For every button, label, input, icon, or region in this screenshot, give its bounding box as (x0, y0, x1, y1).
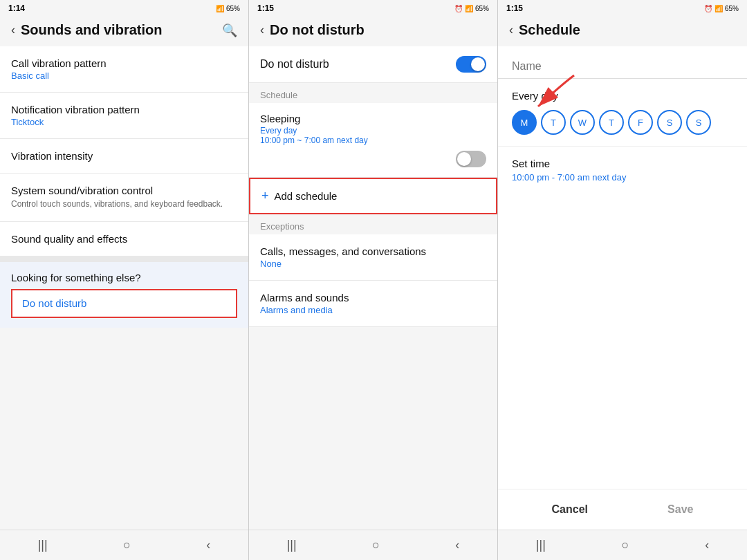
alarms-sounds-title: Alarms and sounds (260, 292, 486, 304)
nav-menu-icon-3[interactable]: ||| (536, 538, 546, 552)
nav-bar-3: ||| ○ ‹ (498, 530, 747, 560)
vibration-intensity-item[interactable]: Vibration intensity (0, 139, 248, 174)
day-friday[interactable]: F (628, 110, 653, 135)
notification-vibration-subtitle: Ticktock (11, 117, 237, 127)
every-day-section: Every day M T W T F S (498, 79, 747, 147)
back-button-2[interactable]: ‹ (260, 23, 264, 37)
nav-menu-icon-1[interactable]: ||| (38, 538, 48, 552)
header-left-1: ‹ Sounds and vibration (11, 22, 162, 38)
page-title-2: Do not disturb (270, 22, 365, 38)
settings-list-1: Call vibration pattern Basic call Notifi… (0, 46, 248, 530)
alarms-sounds-item[interactable]: Alarms and sounds Alarms and media (249, 281, 497, 327)
sleeping-toggle[interactable] (456, 151, 486, 167)
calls-messages-title: Calls, messages, and conversations (260, 245, 486, 257)
nav-back-icon-1[interactable]: ‹ (206, 538, 210, 552)
sleeping-sub: Every day (260, 126, 368, 136)
signal-icon-1: 📶 (216, 5, 224, 12)
dnd-link[interactable]: Do not disturb (22, 297, 86, 309)
battery-label-1: 65% (226, 5, 240, 12)
page-header-1: ‹ Sounds and vibration 🔍 (0, 17, 248, 46)
page-header-3: ‹ Schedule (498, 17, 747, 46)
status-bar-1: 1:14 📶 65% (0, 0, 248, 17)
nav-home-icon-1[interactable]: ○ (123, 538, 131, 552)
system-sound-desc: Control touch sounds, vibrations, and ke… (11, 198, 237, 210)
status-time-1: 1:14 (8, 3, 25, 13)
sleeping-time: 10:00 pm ~ 7:00 am next day (260, 136, 368, 145)
signal-icon-3: 📶 (714, 5, 723, 12)
set-time-value: 10:00 pm - 7:00 am next day (512, 172, 733, 183)
red-arrow-svg (519, 72, 602, 120)
status-bar-3: 1:15 ⏰ 📶 65% (498, 0, 747, 17)
dnd-toggle[interactable] (456, 56, 486, 73)
nav-home-icon-2[interactable]: ○ (372, 538, 380, 552)
search-icon-1[interactable]: 🔍 (222, 23, 237, 38)
back-button-1[interactable]: ‹ (11, 23, 15, 37)
battery-label-3: 65% (725, 5, 739, 12)
nav-menu-icon-2[interactable]: ||| (287, 538, 297, 552)
add-plus-icon: + (261, 189, 269, 203)
sound-quality-item[interactable]: Sound quality and effects (0, 222, 248, 256)
page-title-1: Sounds and vibration (21, 22, 162, 38)
system-sound-title: System sound/vibration control (11, 185, 237, 196)
toggle-knob (471, 57, 485, 71)
nav-bar-1: ||| ○ ‹ (0, 530, 248, 560)
add-schedule-button[interactable]: + Add schedule (249, 178, 497, 214)
panel-sounds-vibration: 1:14 📶 65% ‹ Sounds and vibration 🔍 Call… (0, 0, 249, 560)
status-icons-3: ⏰ 📶 65% (704, 5, 739, 12)
status-time-3: 1:15 (506, 3, 523, 13)
save-button[interactable]: Save (654, 501, 707, 519)
day-thursday[interactable]: T (599, 110, 624, 135)
notification-vibration-title: Notification vibration pattern (11, 104, 237, 115)
day-saturday[interactable]: S (657, 110, 682, 135)
system-sound-item[interactable]: System sound/vibration control Control t… (0, 174, 248, 222)
panel-dnd: 1:15 ⏰ 📶 65% ‹ Do not disturb Do not dis… (249, 0, 498, 560)
set-time-title: Set time (512, 158, 733, 169)
page-title-3: Schedule (519, 22, 580, 38)
alarms-sounds-sub: Alarms and media (260, 305, 486, 315)
divider-1 (0, 256, 248, 262)
exceptions-label: Exceptions (249, 214, 497, 234)
nav-bar-2: ||| ○ ‹ (249, 530, 497, 560)
looking-title: Looking for something else? (11, 272, 237, 283)
bottom-actions: Cancel Save (498, 489, 747, 530)
looking-section: Looking for something else? Do not distu… (0, 262, 248, 328)
calls-messages-sub: None (260, 259, 486, 269)
dnd-list: Do not disturb Schedule Sleeping Every d… (249, 46, 497, 530)
status-time-2: 1:15 (257, 3, 274, 13)
page-header-2: ‹ Do not disturb (249, 17, 497, 46)
panel-schedule: 1:15 ⏰ 📶 65% ‹ Schedule Every day (498, 0, 747, 560)
status-icons-2: ⏰ 📶 65% (454, 5, 489, 12)
nav-home-icon-3[interactable]: ○ (622, 538, 629, 552)
cancel-button[interactable]: Cancel (538, 501, 602, 519)
nav-back-icon-2[interactable]: ‹ (455, 538, 459, 552)
schedule-label: Schedule (249, 83, 497, 103)
call-vibration-subtitle: Basic call (11, 71, 237, 81)
sleeping-toggle-knob (457, 152, 471, 166)
dnd-link-box[interactable]: Do not disturb (11, 289, 237, 318)
alarm-icon-3: ⏰ (704, 5, 712, 12)
dnd-main-title: Do not disturb (260, 58, 329, 71)
vibration-intensity-title: Vibration intensity (11, 150, 237, 162)
nav-back-icon-3[interactable]: ‹ (705, 538, 709, 552)
sleeping-schedule-item[interactable]: Sleeping Every day 10:00 pm ~ 7:00 am ne… (249, 103, 497, 178)
schedule-form: Every day M T W T F S (498, 46, 747, 489)
signal-icon-2: 📶 (465, 5, 473, 12)
status-bar-2: 1:15 ⏰ 📶 65% (249, 0, 497, 17)
alarm-icon-2: ⏰ (454, 5, 463, 12)
call-vibration-item[interactable]: Call vibration pattern Basic call (0, 46, 248, 93)
status-icons-1: 📶 65% (216, 5, 240, 12)
sound-quality-title: Sound quality and effects (11, 233, 237, 245)
add-schedule-label: Add schedule (275, 190, 338, 202)
notification-vibration-item[interactable]: Notification vibration pattern Ticktock (0, 93, 248, 139)
day-sunday[interactable]: S (686, 110, 711, 135)
sleeping-title: Sleeping (260, 113, 368, 124)
set-time-section[interactable]: Set time 10:00 pm - 7:00 am next day (498, 147, 747, 194)
call-vibration-title: Call vibration pattern (11, 57, 237, 69)
dnd-toggle-item[interactable]: Do not disturb (249, 46, 497, 83)
name-input[interactable] (512, 60, 733, 73)
back-button-3[interactable]: ‹ (509, 23, 513, 37)
battery-label-2: 65% (475, 5, 489, 12)
calls-messages-item[interactable]: Calls, messages, and conversations None (249, 234, 497, 281)
